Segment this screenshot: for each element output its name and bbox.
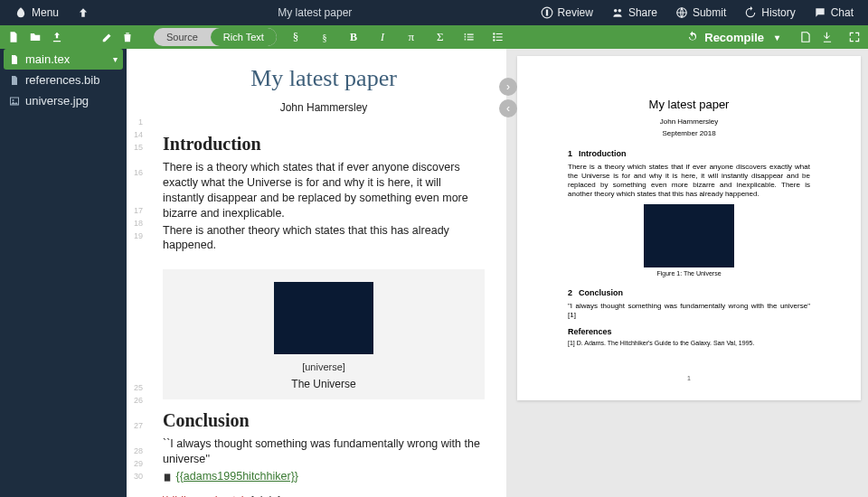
italic-button[interactable]: I — [373, 27, 392, 47]
leaf-icon — [14, 6, 27, 19]
pdf-paragraph: There is a theory which states that if e… — [568, 163, 810, 199]
collapse-left-icon[interactable]: ‹ — [499, 99, 517, 117]
chat-icon — [814, 6, 826, 19]
chevron-down-icon[interactable]: ▾ — [775, 33, 779, 42]
figure-block[interactable]: [universe] The Universe — [163, 269, 485, 399]
file-tree: main.tex ▾ references.bib universe.jpg — [0, 49, 127, 497]
pdf-paragraph: "I always thought something was fundamen… — [568, 302, 810, 320]
pdf-title: My latest paper — [568, 98, 810, 112]
bibstyle-line: \bibliographystyle{plain} — [163, 493, 485, 497]
image-icon — [9, 96, 20, 107]
figure-label: [universe] — [163, 361, 485, 372]
arrow-up-icon — [77, 6, 90, 19]
svg-point-3 — [493, 33, 495, 34]
globe-icon — [675, 6, 688, 19]
file-icon — [9, 75, 20, 86]
section-icon[interactable]: § — [286, 27, 306, 47]
line-gutter: 1141516171819252627282930 — [127, 49, 146, 497]
pdf-page: My latest paper John Hammersley Septembe… — [517, 56, 861, 400]
numbered-list-button[interactable] — [459, 27, 479, 47]
workspace: main.tex ▾ references.bib universe.jpg 1… — [0, 49, 868, 497]
bullet-list-button[interactable] — [488, 27, 508, 47]
history-icon — [744, 6, 757, 19]
pdf-reference-item: [1] D. Adams. The Hitchhiker's Guide to … — [568, 340, 810, 348]
svg-point-7 — [13, 99, 14, 101]
pdf-figure-image — [644, 204, 734, 267]
refresh-icon — [686, 31, 699, 43]
chevron-down-icon[interactable]: ▾ — [113, 54, 118, 64]
pdf-date: September 2018 — [568, 129, 810, 138]
pdf-section-1: 1Introduction — [568, 149, 810, 159]
collapse-right-icon[interactable]: › — [499, 78, 517, 96]
doc-title: My latest paper — [163, 65, 485, 92]
editor-mode-toggle[interactable]: Source Rich Text — [154, 28, 277, 46]
fullscreen-icon[interactable] — [848, 31, 861, 43]
paragraph: There is a theory which states that if e… — [163, 160, 485, 221]
rich-text-document[interactable]: My latest paper John Hammersley Introduc… — [146, 49, 506, 497]
doc-author: John Hammersley — [163, 101, 485, 114]
heading-conclusion: Conclusion — [163, 410, 485, 431]
menu-label: Menu — [32, 6, 59, 19]
source-tab[interactable]: Source — [154, 28, 211, 46]
paragraph: ``I always thought something was fundame… — [163, 436, 485, 467]
heading-introduction: Introduction — [163, 134, 485, 155]
paragraph: There is another theory which states tha… — [163, 223, 485, 254]
menu-button[interactable]: Menu — [7, 0, 66, 25]
trash-icon[interactable] — [121, 31, 134, 43]
svg-point-1 — [618, 9, 621, 12]
rich-text-tab[interactable]: Rich Text — [211, 28, 277, 46]
svg-point-0 — [614, 9, 618, 12]
editor-pane[interactable]: 1141516171819252627282930 My latest pape… — [127, 49, 506, 497]
pdf-figure-caption: Figure 1: The Universe — [568, 270, 810, 278]
pdf-references-heading: References — [568, 327, 810, 337]
inline-math-button[interactable]: π — [401, 27, 421, 47]
display-math-button[interactable]: Σ — [430, 27, 450, 47]
chat-button[interactable]: Chat — [807, 0, 861, 25]
svg-point-5 — [493, 39, 495, 41]
pdf-section-2: 2Conclusion — [568, 288, 810, 298]
pdf-page-number: 1 — [568, 375, 810, 383]
menubar: Menu My latest paper Review Share Submit… — [0, 0, 868, 25]
up-button[interactable] — [70, 0, 97, 25]
share-icon — [611, 6, 624, 19]
subsection-icon[interactable]: § — [315, 27, 335, 47]
figure-caption: The Universe — [163, 378, 485, 390]
file-icon — [9, 54, 20, 65]
bold-button[interactable]: B — [344, 27, 363, 47]
review-button[interactable]: Review — [533, 0, 600, 25]
pdf-preview[interactable]: My latest paper John Hammersley Septembe… — [510, 49, 868, 497]
pane-divider[interactable]: › ‹ — [506, 49, 510, 497]
file-references-bib[interactable]: references.bib — [0, 70, 127, 90]
recompile-button[interactable]: Recompile ▾ — [675, 25, 790, 49]
pdf-author: John Hammersley — [568, 117, 810, 127]
upload-icon[interactable] — [51, 31, 63, 43]
rename-icon[interactable] — [101, 31, 114, 43]
citation-line: {{adams1995hitchhiker}} — [163, 469, 485, 484]
toolbar: Source Rich Text § § B I π Σ Recompile ▾ — [0, 25, 868, 49]
logs-icon[interactable] — [799, 31, 812, 43]
submit-button[interactable]: Submit — [668, 0, 733, 25]
project-title: My latest paper — [97, 6, 533, 19]
download-pdf-icon[interactable] — [821, 31, 834, 43]
svg-point-4 — [493, 36, 495, 38]
new-file-icon[interactable] — [7, 31, 20, 43]
review-icon — [541, 6, 553, 19]
file-main-tex[interactable]: main.tex ▾ — [4, 49, 123, 70]
history-button[interactable]: History — [737, 0, 802, 25]
file-universe-jpg[interactable]: universe.jpg — [0, 90, 127, 111]
new-folder-icon[interactable] — [29, 31, 42, 43]
book-icon — [163, 472, 173, 482]
share-button[interactable]: Share — [604, 0, 665, 25]
figure-image — [274, 282, 373, 354]
